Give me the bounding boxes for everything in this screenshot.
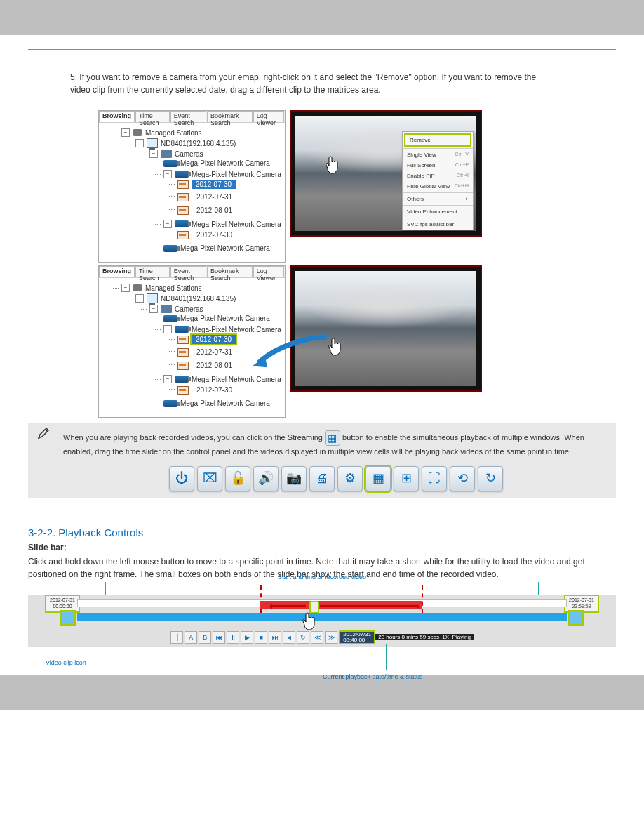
expand-icon[interactable]: −: [121, 284, 130, 292]
power-button[interactable]: ⏻: [169, 466, 194, 491]
video-pane-1[interactable]: Remove Single ViewCtrl+V Full ScreenCtrl…: [290, 110, 482, 237]
ctx-full-screen[interactable]: Full ScreenCtrl+F: [403, 160, 473, 171]
ctx-svc[interactable]: SVC-fps adjust bar: [403, 219, 473, 230]
expand-icon[interactable]: −: [163, 325, 172, 333]
pause-button[interactable]: ⏸: [227, 631, 239, 644]
ctx-single-view[interactable]: Single ViewCtrl+V: [403, 150, 473, 160]
tree-camera-1[interactable]: Mega-Pixel Network Camera: [180, 159, 270, 167]
repeat-button[interactable]: ↻: [297, 631, 309, 644]
expand-icon[interactable]: −: [135, 139, 144, 147]
print-button[interactable]: 🖨: [309, 466, 335, 491]
status-box: 2012/07/3108:40:00 23 hours 0 mins 59 se…: [339, 632, 474, 643]
status-datetime: 2012/07/3108:40:00: [339, 630, 375, 644]
timeline-figure: Start and end of recorded video 2012-07-…: [28, 595, 616, 647]
callout-line: [386, 644, 387, 670]
streaming-button[interactable]: ▦: [365, 466, 391, 491]
expand-icon[interactable]: −: [163, 220, 172, 228]
tree-camera-3[interactable]: Mega-Pixel Network Camera: [192, 376, 281, 383]
seek-knob[interactable]: [309, 601, 319, 614]
volume-button[interactable]: 🔊: [253, 466, 279, 491]
film-start-icon: [60, 610, 76, 626]
context-menu: Remove Single ViewCtrl+V Full ScreenCtrl…: [402, 131, 474, 230]
tab-log-viewer[interactable]: Log Viewer: [253, 111, 284, 122]
play-button[interactable]: ▶: [241, 631, 253, 644]
clip-icon: [177, 348, 189, 357]
slider-button[interactable]: ┃: [170, 631, 183, 644]
camera-icon: [163, 245, 177, 252]
tree-date-selected[interactable]: 2012-07-30: [192, 335, 236, 344]
tab-event-search[interactable]: Event Search: [170, 111, 206, 122]
next-button[interactable]: ⏭: [269, 631, 281, 644]
settings-button[interactable]: ⚙: [337, 466, 363, 491]
clip-icon: [177, 193, 189, 201]
tree-station[interactable]: ND8401(192.168.4.135): [161, 140, 236, 147]
tab-bookmark-search[interactable]: Bookmark Search: [207, 111, 253, 122]
expand-icon[interactable]: −: [163, 170, 172, 178]
clip-icon: [177, 336, 189, 344]
tree-date[interactable]: 2012-07-30: [192, 385, 237, 395]
tree-date[interactable]: 2012-08-01: [192, 360, 237, 371]
tab-event-search[interactable]: Event Search: [170, 266, 206, 277]
snapshot-button[interactable]: 📷: [281, 466, 307, 491]
tree-camera-1[interactable]: Mega-Pixel Network Camera: [180, 315, 270, 322]
tree-camera-4[interactable]: Mega-Pixel Network Camera: [180, 399, 270, 407]
tree-station[interactable]: ND8401(192.168.4.135): [161, 295, 236, 303]
arrow-left-icon: [271, 605, 306, 607]
ab-button[interactable]: A: [185, 631, 197, 644]
ab-b-button[interactable]: B: [199, 631, 211, 644]
tree-camera-2[interactable]: Mega-Pixel Network Camera: [192, 326, 281, 333]
tab-bookmark-search[interactable]: Bookmark Search: [207, 266, 253, 277]
expand-icon[interactable]: −: [121, 128, 130, 137]
ctx-enable-pip[interactable]: Enable PiPCtrl+I: [403, 171, 473, 181]
footer-banner: [0, 675, 644, 710]
disconnect-button[interactable]: ⌧: [197, 466, 222, 491]
expand-icon[interactable]: −: [135, 294, 144, 303]
fullscreen-button[interactable]: ⛶: [422, 466, 447, 491]
ctx-others[interactable]: Others▸: [403, 194, 473, 204]
expand-icon[interactable]: −: [149, 150, 158, 158]
tree-date-selected[interactable]: 2012-07-30: [192, 180, 236, 189]
rotate-button[interactable]: ⟲: [450, 466, 475, 491]
clip-icon: [177, 362, 189, 370]
section-heading: 3-2-2. Playback Controls: [28, 527, 616, 538]
ctx-remove[interactable]: Remove: [404, 133, 471, 147]
pencil-icon: [36, 426, 51, 444]
lock-button[interactable]: 🔓: [225, 466, 250, 491]
callout-start-end: Start and end of recorded video: [56, 574, 588, 581]
tree-folder[interactable]: Cameras: [175, 305, 203, 313]
tab-browsing[interactable]: Browsing: [99, 266, 135, 277]
tree-date[interactable]: 2012-08-01: [192, 205, 237, 216]
ffwd-button[interactable]: ≫: [325, 631, 337, 644]
prev-button[interactable]: ⏮: [213, 631, 225, 644]
tree-date[interactable]: 2012-07-30: [192, 230, 237, 240]
tree-date[interactable]: 2012-07-31: [192, 347, 237, 357]
video-pane-2[interactable]: [290, 265, 482, 392]
step-back-button[interactable]: ◄: [283, 631, 295, 644]
tab-time-search[interactable]: Time Search: [135, 111, 170, 122]
tab-browsing[interactable]: Browsing: [99, 111, 135, 122]
video-thumbnail: [295, 271, 476, 386]
tree-camera-3[interactable]: Mega-Pixel Network Camera: [192, 220, 281, 228]
seek-track[interactable]: [77, 599, 567, 607]
folder-icon: [161, 150, 172, 158]
ctx-video-enhancement[interactable]: Video Enhancement: [403, 206, 473, 217]
refresh-button[interactable]: ↻: [478, 466, 503, 491]
figure-row-1: Browsing Time Search Event Search Bookma…: [98, 110, 616, 263]
film-track: [77, 613, 567, 621]
tree-folder[interactable]: Cameras: [175, 150, 203, 158]
tab-log-viewer[interactable]: Log Viewer: [253, 266, 284, 277]
expand-icon[interactable]: −: [163, 375, 172, 383]
ctx-hide-global[interactable]: Hide Global ViewCtrl+H: [403, 181, 473, 192]
expand-icon[interactable]: −: [149, 305, 158, 313]
tabs-2: Browsing Time Search Event Search Bookma…: [99, 266, 285, 278]
layout-button[interactable]: ⊞: [394, 466, 419, 491]
section-subheading: Slide bar:: [28, 543, 616, 552]
tree-date[interactable]: 2012-07-31: [192, 192, 237, 202]
rewind-button[interactable]: ≪: [311, 631, 323, 644]
toolbar: ⏻ ⌧ 🔓 🔊 📷 🖨 ⚙ ▦ ⊞ ⛶ ⟲ ↻: [63, 466, 609, 491]
stop-button[interactable]: ■: [255, 631, 267, 644]
tab-time-search[interactable]: Time Search: [135, 266, 170, 277]
tree-camera-2[interactable]: Mega-Pixel Network Camera: [192, 171, 281, 178]
tree-camera-4[interactable]: Mega-Pixel Network Camera: [180, 244, 270, 252]
status-details: 23 hours 0 mins 59 secs 1X Playing: [375, 634, 474, 640]
